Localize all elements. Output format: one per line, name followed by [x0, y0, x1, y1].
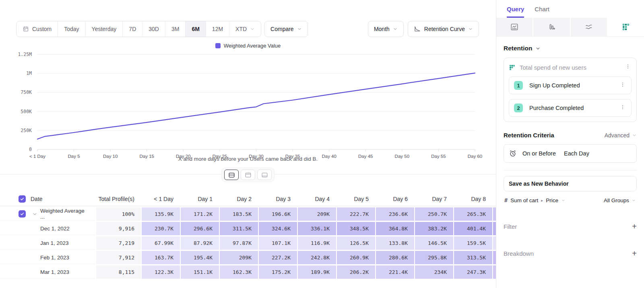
retention-value-cell[interactable]: 126.5K: [337, 236, 375, 250]
view-toggle: [221, 168, 275, 182]
y-axis-tick: 1M: [26, 70, 32, 76]
view-toggle-split-view[interactable]: [224, 170, 239, 180]
weighted-average-line[interactable]: [37, 73, 475, 139]
retention-value-cell[interactable]: 209K: [298, 207, 336, 221]
step-purchase-completed[interactable]: 2 Purchase Completed: [509, 99, 632, 117]
retention-value-cell[interactable]: 247.3K: [454, 265, 492, 279]
retention-value-cell[interactable]: 311.5K: [220, 222, 258, 235]
retention-value-cell[interactable]: 222.7K: [337, 207, 375, 221]
retention-value-cell[interactable]: 195.4K: [181, 251, 219, 264]
range-custom[interactable]: Custom: [17, 21, 58, 37]
retention-value-cell[interactable]: 383.2K: [415, 222, 453, 235]
step-sign-up-completed[interactable]: 1 Sign Up Completed: [509, 77, 632, 94]
range-3m[interactable]: 3M: [165, 21, 186, 37]
chart-type-label: Retention Curve: [424, 26, 465, 32]
save-as-new-behavior-button[interactable]: Save as New Behavior: [504, 176, 637, 191]
tab-chart[interactable]: Chart: [535, 6, 549, 18]
retention-value-cell[interactable]: 324.6K: [259, 222, 297, 235]
granularity-button[interactable]: Month: [368, 21, 404, 37]
retention-value-cell[interactable]: 296.6K: [181, 222, 219, 235]
kebab-menu-icon[interactable]: [624, 63, 632, 72]
add-breakdown-button[interactable]: +: [632, 249, 637, 258]
range-12m[interactable]: 12M: [206, 21, 229, 37]
retention-value-cell[interactable]: 206.2K: [337, 265, 375, 279]
retention-value-cell[interactable]: 151.1K: [181, 265, 219, 279]
select-all-checkbox[interactable]: [19, 195, 26, 203]
measure-property[interactable]: Sum of cart: [510, 197, 538, 203]
retention-value-cell[interactable]: 364.8K: [376, 222, 414, 235]
retention-value-cell[interactable]: 67.99K: [142, 236, 180, 250]
retention-value-cell[interactable]: 146.5K: [415, 236, 453, 250]
advanced-dropdown[interactable]: Advanced: [605, 132, 637, 139]
tool-funnels[interactable]: [533, 18, 570, 36]
retention-value-cell[interactable]: 183.5K: [220, 207, 258, 221]
retention-value-cell[interactable]: 116.9K: [298, 236, 336, 250]
expand-row-icon[interactable]: [32, 211, 37, 218]
retention-value-cell[interactable]: 234K: [415, 265, 453, 279]
retention-value-cell[interactable]: 401.4K: [454, 222, 492, 235]
range-30d[interactable]: 30D: [142, 21, 165, 37]
retention-value-cell[interactable]: 159.5K: [454, 236, 492, 250]
retention-value-cell[interactable]: 171.2K: [181, 207, 219, 221]
column-header-day-8: Day 8: [454, 192, 492, 206]
retention-value-cell[interactable]: 209K: [220, 251, 258, 264]
range-label: 7D: [129, 26, 136, 32]
retention-value-cell[interactable]: 133.8K: [376, 236, 414, 250]
retention-value-cell[interactable]: 97.87K: [220, 236, 258, 250]
retention-value-cell[interactable]: 162.3K: [220, 265, 258, 279]
step-label: Sign Up Completed: [529, 82, 619, 89]
total-profiles-cell: 7,912: [96, 251, 141, 264]
chart-canvas[interactable]: 1.25M1M750K500K250K0< 1 DayDay 5Day 10Da…: [0, 49, 496, 161]
retention-value-cell[interactable]: 260.9K: [337, 251, 375, 264]
view-toggle-top-pane-view[interactable]: [241, 170, 255, 180]
table-body: Weighted Average ...100%135.9K171.2K183.…: [0, 207, 496, 279]
retention-value-cell[interactable]: 107.1K: [259, 236, 297, 250]
retention-value-cell[interactable]: 295.8K: [415, 251, 453, 264]
retention-value-cell[interactable]: 221.4K: [376, 265, 414, 279]
x-axis-tick: Day 10: [103, 154, 118, 159]
y-axis-tick: 250K: [21, 128, 32, 133]
kebab-menu-icon[interactable]: [619, 104, 626, 112]
retention-value-cell[interactable]: 336.1K: [298, 222, 336, 235]
report-section-heading[interactable]: Retention: [504, 45, 637, 52]
retention-value-cell[interactable]: 230.7K: [142, 222, 180, 235]
retention-value-cell[interactable]: 250.7K: [415, 207, 453, 221]
range-today[interactable]: Today: [58, 21, 85, 37]
row-checkbox[interactable]: [19, 210, 26, 218]
chart-legend: Weighted Average Value: [0, 43, 496, 49]
view-toggle-bottom-pane-view[interactable]: [257, 170, 272, 180]
compare-button[interactable]: Compare: [264, 21, 308, 37]
tool-retention[interactable]: [608, 18, 644, 36]
measure-sub-property[interactable]: Price: [546, 197, 558, 203]
retention-value-cell[interactable]: 313.5K: [454, 251, 492, 264]
criteria-condition[interactable]: On or Before Each Day: [504, 144, 637, 163]
tab-query[interactable]: Query: [507, 6, 524, 18]
kebab-menu-icon[interactable]: [619, 81, 626, 90]
retention-value-cell[interactable]: 196.6K: [259, 207, 297, 221]
add-filter-button[interactable]: +: [632, 222, 637, 231]
retention-value-cell[interactable]: 135.9K: [142, 207, 180, 221]
retention-value-cell[interactable]: 175.2K: [259, 265, 297, 279]
table-row: Mar 1, 20238,115122.3K151.1K162.3K175.2K…: [0, 265, 496, 279]
all-groups-dropdown[interactable]: All Groups: [604, 197, 636, 203]
range-yesterday[interactable]: Yesterday: [86, 21, 123, 37]
tool-flows[interactable]: [571, 18, 608, 36]
behavior-title[interactable]: Total spend of new users: [520, 64, 620, 71]
retention-value-cell[interactable]: 87.92K: [181, 236, 219, 250]
number-type-icon: #: [504, 197, 508, 203]
chart-type-button[interactable]: Retention Curve: [408, 21, 479, 37]
retention-value-cell[interactable]: 348.5K: [337, 222, 375, 235]
retention-value-cell[interactable]: 189.9K: [298, 265, 336, 279]
retention-value-cell[interactable]: 280.6K: [376, 251, 414, 264]
range-xtd[interactable]: XTD: [229, 21, 261, 37]
tool-insights[interactable]: [496, 18, 533, 36]
breakdown-label: Breakdown: [504, 250, 632, 257]
range-7d[interactable]: 7D: [123, 21, 142, 37]
retention-value-cell[interactable]: 265.3K: [454, 207, 492, 221]
retention-value-cell[interactable]: 227.2K: [259, 251, 297, 264]
retention-value-cell[interactable]: 122.3K: [142, 265, 180, 279]
retention-value-cell[interactable]: 242.8K: [298, 251, 336, 264]
range-6m[interactable]: 6M: [186, 21, 206, 37]
retention-value-cell[interactable]: 163.7K: [142, 251, 180, 264]
retention-value-cell[interactable]: 236.6K: [376, 207, 414, 221]
